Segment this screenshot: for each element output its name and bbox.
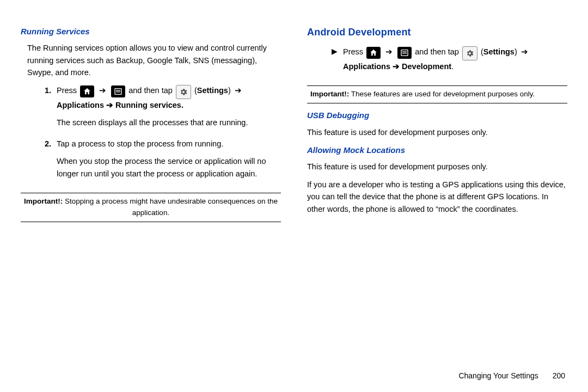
mock-p1: This feature is used for development pur… <box>307 161 567 173</box>
running-intro: The Running services option allows you t… <box>27 42 281 78</box>
arrow-icon: ➔ <box>235 86 242 95</box>
step-2: 2. Tap a process to stop the process fro… <box>37 138 281 185</box>
page-footer: Changing Your Settings 200 <box>0 371 588 380</box>
menu-key-icon <box>397 47 412 59</box>
menu-key-icon <box>111 85 125 97</box>
usb-text: This feature is used for development pur… <box>307 126 567 138</box>
step-2-line1: Tap a process to stop the process from r… <box>57 138 281 150</box>
important-note: Important!: Stopping a process might hav… <box>21 193 281 222</box>
step-number: 2. <box>37 138 57 185</box>
arrow-icon: ➔ <box>521 47 528 56</box>
home-key-icon <box>366 47 381 59</box>
dev-step-line: Press ➔ and then tap (Settings) ➔ Applic… <box>343 46 567 72</box>
heading-running-services: Running Services <box>21 25 281 38</box>
step-1-line: Press ➔ and then tap (Settings) ➔ Applic… <box>57 84 281 111</box>
step-2-line2: When you stop the process the service or… <box>57 155 281 180</box>
arrow-icon: ➔ <box>99 86 106 95</box>
heading-usb-debugging: USB Debugging <box>307 109 567 121</box>
mock-p2: If you are a developer who is testing a … <box>307 179 567 215</box>
footer-section: Changing Your Settings <box>458 371 538 380</box>
settings-gear-icon <box>462 46 477 60</box>
arrow-icon: ➔ <box>385 47 393 56</box>
step-number: 1. <box>37 84 57 134</box>
settings-gear-icon <box>176 85 191 99</box>
important-note: Important!: These features are used for … <box>307 85 567 103</box>
home-key-icon <box>80 85 94 97</box>
dev-step: ▶ Press ➔ and then tap (Settings) <box>323 46 567 78</box>
page-number: 200 <box>553 371 565 380</box>
step-1: 1. Press ➔ and then tap (Settings) <box>37 84 281 134</box>
triangle-bullet-icon: ▶ <box>323 46 343 78</box>
step-1-result: The screen displays all the processes th… <box>57 117 281 128</box>
heading-android-development: Android Development <box>307 25 567 40</box>
heading-mock-locations: Allowing Mock Locations <box>307 144 567 156</box>
